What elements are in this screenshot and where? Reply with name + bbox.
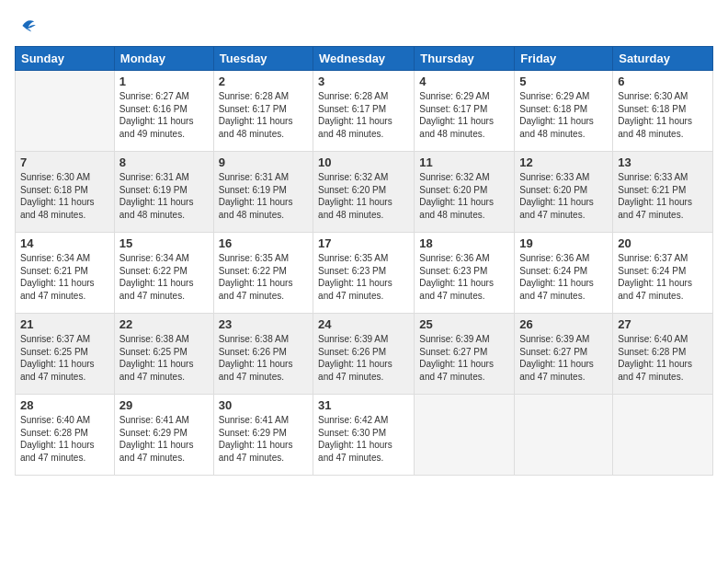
day-info: Sunrise: 6:35 AMSunset: 6:22 PMDaylight:… [219, 252, 308, 302]
calendar-day-cell [16, 71, 115, 152]
header [15, 15, 713, 37]
calendar-day-cell: 25Sunrise: 6:39 AMSunset: 6:27 PMDayligh… [415, 314, 515, 395]
day-info: Sunrise: 6:32 AMSunset: 6:20 PMDaylight:… [419, 171, 509, 221]
calendar-week-row: 7Sunrise: 6:30 AMSunset: 6:18 PMDaylight… [16, 152, 713, 233]
weekday-header-row: SundayMondayTuesdayWednesdayThursdayFrid… [16, 47, 713, 71]
day-info: Sunrise: 6:35 AMSunset: 6:23 PMDaylight:… [318, 252, 409, 302]
day-number: 2 [219, 75, 308, 88]
day-number: 3 [318, 75, 409, 88]
day-number: 26 [519, 317, 608, 331]
day-number: 4 [419, 75, 509, 88]
day-info: Sunrise: 6:39 AMSunset: 6:27 PMDaylight:… [419, 333, 509, 383]
calendar-day-cell: 24Sunrise: 6:39 AMSunset: 6:26 PMDayligh… [313, 314, 415, 395]
day-info: Sunrise: 6:39 AMSunset: 6:26 PMDaylight:… [318, 333, 409, 383]
calendar-table: SundayMondayTuesdayWednesdayThursdayFrid… [15, 46, 713, 476]
weekday-header-saturday: Saturday [613, 47, 713, 71]
day-number: 30 [219, 398, 308, 412]
calendar-day-cell: 30Sunrise: 6:41 AMSunset: 6:29 PMDayligh… [213, 395, 313, 476]
day-info: Sunrise: 6:42 AMSunset: 6:30 PMDaylight:… [318, 414, 409, 464]
weekday-header-tuesday: Tuesday [213, 47, 313, 71]
calendar-day-cell: 17Sunrise: 6:35 AMSunset: 6:23 PMDayligh… [313, 233, 415, 314]
day-number: 11 [419, 155, 509, 169]
calendar-day-cell: 29Sunrise: 6:41 AMSunset: 6:29 PMDayligh… [114, 395, 213, 476]
calendar-day-cell: 31Sunrise: 6:42 AMSunset: 6:30 PMDayligh… [313, 395, 415, 476]
day-info: Sunrise: 6:40 AMSunset: 6:28 PMDaylight:… [20, 414, 109, 464]
day-number: 21 [20, 317, 109, 331]
day-info: Sunrise: 6:29 AMSunset: 6:17 PMDaylight:… [419, 90, 509, 140]
day-info: Sunrise: 6:30 AMSunset: 6:18 PMDaylight:… [618, 90, 708, 140]
day-info: Sunrise: 6:37 AMSunset: 6:25 PMDaylight:… [20, 333, 109, 383]
calendar-day-cell: 7Sunrise: 6:30 AMSunset: 6:18 PMDaylight… [16, 152, 115, 233]
calendar-day-cell: 19Sunrise: 6:36 AMSunset: 6:24 PMDayligh… [515, 233, 613, 314]
day-number: 29 [119, 398, 209, 412]
day-info: Sunrise: 6:31 AMSunset: 6:19 PMDaylight:… [119, 171, 209, 221]
day-number: 19 [519, 236, 608, 250]
day-number: 27 [618, 317, 708, 331]
calendar-day-cell: 9Sunrise: 6:31 AMSunset: 6:19 PMDaylight… [213, 152, 313, 233]
weekday-header-wednesday: Wednesday [313, 47, 415, 71]
day-info: Sunrise: 6:27 AMSunset: 6:16 PMDaylight:… [119, 90, 209, 140]
day-info: Sunrise: 6:37 AMSunset: 6:24 PMDaylight:… [618, 252, 708, 302]
day-info: Sunrise: 6:40 AMSunset: 6:28 PMDaylight:… [618, 333, 708, 383]
calendar-day-cell: 1Sunrise: 6:27 AMSunset: 6:16 PMDaylight… [114, 71, 213, 152]
day-number: 10 [318, 155, 409, 169]
day-number: 23 [219, 317, 308, 331]
calendar-day-cell: 8Sunrise: 6:31 AMSunset: 6:19 PMDaylight… [114, 152, 213, 233]
day-number: 24 [318, 317, 409, 331]
calendar-day-cell: 18Sunrise: 6:36 AMSunset: 6:23 PMDayligh… [415, 233, 515, 314]
day-number: 25 [419, 317, 509, 331]
day-info: Sunrise: 6:32 AMSunset: 6:20 PMDaylight:… [318, 171, 409, 221]
calendar-day-cell: 20Sunrise: 6:37 AMSunset: 6:24 PMDayligh… [613, 233, 713, 314]
day-number: 13 [618, 155, 708, 169]
day-info: Sunrise: 6:33 AMSunset: 6:21 PMDaylight:… [618, 171, 708, 221]
calendar-week-row: 1Sunrise: 6:27 AMSunset: 6:16 PMDaylight… [16, 71, 713, 152]
calendar-day-cell: 12Sunrise: 6:33 AMSunset: 6:20 PMDayligh… [515, 152, 613, 233]
calendar-week-row: 21Sunrise: 6:37 AMSunset: 6:25 PMDayligh… [16, 314, 713, 395]
weekday-header-thursday: Thursday [415, 47, 515, 71]
calendar-day-cell [613, 395, 713, 476]
day-info: Sunrise: 6:39 AMSunset: 6:27 PMDaylight:… [519, 333, 608, 383]
day-info: Sunrise: 6:41 AMSunset: 6:29 PMDaylight:… [219, 414, 308, 464]
day-number: 5 [519, 75, 608, 88]
day-number: 6 [618, 75, 708, 88]
day-number: 17 [318, 236, 409, 250]
logo [15, 15, 39, 37]
weekday-header-friday: Friday [515, 47, 613, 71]
day-number: 16 [219, 236, 308, 250]
calendar-day-cell: 10Sunrise: 6:32 AMSunset: 6:20 PMDayligh… [313, 152, 415, 233]
day-info: Sunrise: 6:41 AMSunset: 6:29 PMDaylight:… [119, 414, 209, 464]
calendar-day-cell: 22Sunrise: 6:38 AMSunset: 6:25 PMDayligh… [114, 314, 213, 395]
weekday-header-monday: Monday [114, 47, 213, 71]
calendar-day-cell: 26Sunrise: 6:39 AMSunset: 6:27 PMDayligh… [515, 314, 613, 395]
calendar-day-cell: 4Sunrise: 6:29 AMSunset: 6:17 PMDaylight… [415, 71, 515, 152]
day-info: Sunrise: 6:34 AMSunset: 6:21 PMDaylight:… [20, 252, 109, 302]
day-info: Sunrise: 6:36 AMSunset: 6:24 PMDaylight:… [519, 252, 608, 302]
day-number: 20 [618, 236, 708, 250]
calendar-day-cell: 27Sunrise: 6:40 AMSunset: 6:28 PMDayligh… [613, 314, 713, 395]
day-number: 28 [20, 398, 109, 412]
day-number: 18 [419, 236, 509, 250]
day-info: Sunrise: 6:36 AMSunset: 6:23 PMDaylight:… [419, 252, 509, 302]
day-info: Sunrise: 6:28 AMSunset: 6:17 PMDaylight:… [219, 90, 308, 140]
logo-bird-icon [17, 15, 39, 37]
calendar-day-cell: 15Sunrise: 6:34 AMSunset: 6:22 PMDayligh… [114, 233, 213, 314]
calendar-week-row: 14Sunrise: 6:34 AMSunset: 6:21 PMDayligh… [16, 233, 713, 314]
calendar-day-cell: 6Sunrise: 6:30 AMSunset: 6:18 PMDaylight… [613, 71, 713, 152]
calendar-day-cell: 21Sunrise: 6:37 AMSunset: 6:25 PMDayligh… [16, 314, 115, 395]
day-number: 7 [20, 155, 109, 169]
day-info: Sunrise: 6:38 AMSunset: 6:25 PMDaylight:… [119, 333, 209, 383]
calendar-day-cell [515, 395, 613, 476]
day-number: 1 [119, 75, 209, 88]
day-info: Sunrise: 6:33 AMSunset: 6:20 PMDaylight:… [519, 171, 608, 221]
calendar-day-cell: 16Sunrise: 6:35 AMSunset: 6:22 PMDayligh… [213, 233, 313, 314]
calendar-day-cell: 3Sunrise: 6:28 AMSunset: 6:17 PMDaylight… [313, 71, 415, 152]
day-number: 31 [318, 398, 409, 412]
day-info: Sunrise: 6:30 AMSunset: 6:18 PMDaylight:… [20, 171, 109, 221]
day-number: 12 [519, 155, 608, 169]
day-number: 22 [119, 317, 209, 331]
calendar-day-cell: 2Sunrise: 6:28 AMSunset: 6:17 PMDaylight… [213, 71, 313, 152]
day-info: Sunrise: 6:29 AMSunset: 6:18 PMDaylight:… [519, 90, 608, 140]
day-number: 14 [20, 236, 109, 250]
day-number: 8 [119, 155, 209, 169]
day-info: Sunrise: 6:38 AMSunset: 6:26 PMDaylight:… [219, 333, 308, 383]
